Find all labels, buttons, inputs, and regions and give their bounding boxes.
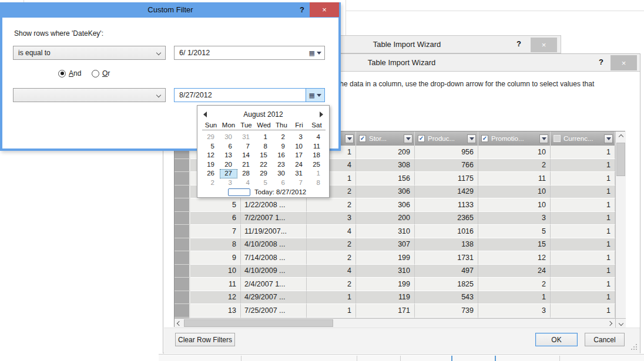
- cancel-button[interactable]: Cancel: [585, 333, 625, 346]
- calendar-day[interactable]: 30: [220, 133, 237, 142]
- or-radio[interactable]: [92, 70, 99, 77]
- calendar-day[interactable]: 20: [220, 160, 237, 170]
- row-header[interactable]: [175, 172, 190, 185]
- vertical-scrollbar[interactable]: [615, 131, 626, 318]
- calendar-day[interactable]: 13: [220, 151, 237, 160]
- row-header[interactable]: [175, 225, 190, 238]
- date-field-2[interactable]: 8/27/2012 ▦: [174, 88, 325, 102]
- horizontal-scrollbar-thumb[interactable]: [184, 319, 333, 327]
- calendar-day[interactable]: 9: [273, 142, 290, 151]
- column-filter-dropdown-icon[interactable]: [539, 134, 548, 143]
- date-picker-button[interactable]: ▦: [306, 46, 324, 59]
- close-icon[interactable]: ×: [531, 38, 557, 52]
- row-header[interactable]: [175, 185, 190, 199]
- calendar-day[interactable]: 24: [290, 160, 308, 170]
- calendar-day[interactable]: 29: [255, 169, 273, 178]
- calendar-day[interactable]: 31: [237, 133, 255, 142]
- row-header[interactable]: [175, 304, 190, 318]
- calendar-day[interactable]: 14: [237, 151, 255, 160]
- close-icon[interactable]: ×: [611, 55, 637, 70]
- calendar-day[interactable]: 31: [290, 169, 308, 178]
- calendar-day[interactable]: 6: [220, 142, 237, 151]
- calendar-day[interactable]: 11: [308, 142, 326, 151]
- scroll-down-icon[interactable]: [615, 318, 626, 328]
- calendar-day[interactable]: 2: [273, 133, 290, 142]
- calendar-day[interactable]: 1: [255, 133, 273, 142]
- column-filter-dropdown-icon[interactable]: [345, 134, 354, 143]
- row-header[interactable]: [175, 159, 190, 173]
- calendar-day[interactable]: 16: [273, 151, 290, 160]
- clear-row-filters-button[interactable]: Clear Row Filters: [175, 333, 235, 346]
- scroll-left-icon[interactable]: [175, 319, 184, 328]
- calendar-day[interactable]: 10: [290, 142, 308, 151]
- column-checkbox-icon[interactable]: ✓: [418, 135, 425, 142]
- condition-dropdown-2[interactable]: [13, 88, 166, 102]
- calendar-day[interactable]: 28: [237, 169, 255, 178]
- calendar-day[interactable]: 25: [308, 160, 326, 170]
- or-radio-group[interactable]: Or: [92, 69, 110, 77]
- help-icon[interactable]: ?: [599, 58, 603, 66]
- next-month-icon[interactable]: [320, 112, 323, 117]
- resize-grip-icon[interactable]: [636, 349, 637, 350]
- row-header[interactable]: [175, 265, 190, 278]
- column-header-label: Promotio...: [491, 135, 539, 142]
- condition-dropdown-1[interactable]: is equal to: [13, 46, 166, 60]
- calendar-day[interactable]: 17: [290, 151, 308, 160]
- calendar-day[interactable]: 5: [202, 142, 220, 151]
- calendar-day[interactable]: 18: [308, 151, 326, 160]
- calendar-day[interactable]: 22: [255, 160, 273, 170]
- calendar-day[interactable]: 30: [273, 169, 290, 178]
- vertical-scrollbar-thumb[interactable]: [616, 143, 625, 176]
- row-header[interactable]: [175, 238, 190, 252]
- calendar-day-selected[interactable]: 27: [220, 169, 237, 178]
- calendar-day[interactable]: 23: [273, 160, 290, 170]
- column-header-7[interactable]: Currenc...: [551, 131, 615, 146]
- column-checkbox-icon[interactable]: ✓: [359, 135, 366, 142]
- calendar-month-label[interactable]: August 2012: [207, 110, 320, 119]
- scroll-up-icon[interactable]: [616, 131, 626, 141]
- calendar-day[interactable]: 21: [237, 160, 255, 170]
- calendar-day[interactable]: 2: [202, 178, 220, 188]
- calendar-day[interactable]: 29: [202, 133, 220, 142]
- date-picker-button[interactable]: ▦: [306, 89, 324, 102]
- calendar-day[interactable]: 8: [308, 178, 326, 188]
- column-checkbox-icon[interactable]: ✓: [481, 135, 488, 142]
- calendar-day[interactable]: 3: [290, 133, 308, 142]
- column-filter-dropdown-icon[interactable]: [404, 134, 412, 143]
- calendar-day[interactable]: 7: [290, 178, 308, 188]
- column-filter-dropdown-icon[interactable]: [467, 134, 476, 143]
- ok-button[interactable]: OK: [535, 333, 578, 346]
- calendar-day[interactable]: 26: [202, 169, 220, 178]
- calendar-day[interactable]: 5: [255, 178, 273, 188]
- column-header-5[interactable]: ✓Produc...: [415, 131, 478, 146]
- calendar-day[interactable]: 4: [237, 178, 255, 188]
- calendar-day[interactable]: 4: [308, 133, 326, 142]
- help-icon[interactable]: ?: [300, 5, 304, 14]
- date-field-1[interactable]: 6/ 1/2012 ▦: [174, 46, 325, 60]
- today-label[interactable]: Today: 8/27/2012: [254, 188, 306, 195]
- column-header-4[interactable]: ✓Stor...: [356, 131, 415, 146]
- close-icon[interactable]: ×: [310, 2, 339, 17]
- help-icon[interactable]: ?: [516, 39, 521, 48]
- calendar-day[interactable]: 7: [237, 142, 255, 151]
- calendar-day[interactable]: 19: [202, 160, 220, 170]
- calendar-day[interactable]: 1: [308, 169, 326, 178]
- horizontal-scrollbar[interactable]: [175, 318, 615, 328]
- row-header[interactable]: [175, 278, 190, 291]
- column-filter-dropdown-icon[interactable]: [604, 134, 613, 143]
- calendar-day[interactable]: 3: [220, 178, 237, 188]
- column-header-6[interactable]: ✓Promotio...: [478, 131, 551, 146]
- row-header[interactable]: [175, 212, 190, 225]
- and-radio-group[interactable]: And: [58, 69, 81, 77]
- row-header[interactable]: [175, 198, 190, 212]
- and-radio[interactable]: [58, 70, 66, 77]
- scroll-right-icon[interactable]: [605, 319, 615, 328]
- today-focus-box[interactable]: [228, 188, 250, 196]
- calendar-day[interactable]: 15: [255, 151, 273, 160]
- row-header[interactable]: [175, 291, 190, 305]
- column-checkbox-icon[interactable]: [554, 135, 561, 142]
- calendar-day[interactable]: 12: [202, 151, 220, 160]
- calendar-day[interactable]: 6: [273, 178, 290, 188]
- calendar-day[interactable]: 8: [255, 142, 273, 151]
- row-header[interactable]: [175, 251, 190, 265]
